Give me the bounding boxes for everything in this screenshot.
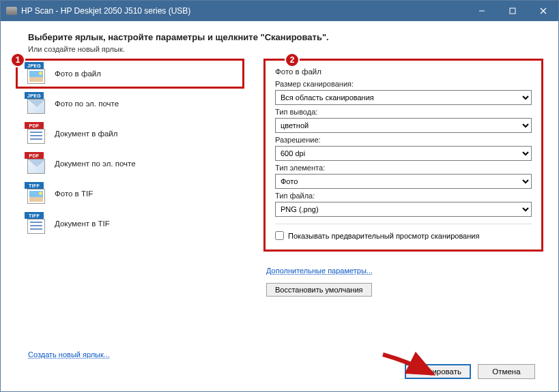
env-icon: [27, 99, 45, 114]
format-badge: PDF: [25, 122, 44, 129]
annotation-circle-2: 2: [285, 52, 300, 67]
scan-size-label: Размер сканирования:: [275, 80, 532, 88]
advanced-link[interactable]: Дополнительные параметры...: [266, 267, 373, 275]
new-shortcut-link[interactable]: Создать новый ярлык...: [28, 350, 110, 359]
scan-size-select[interactable]: Вся область сканирования: [275, 90, 532, 105]
photo-icon: [27, 189, 45, 204]
close-button[interactable]: [528, 1, 558, 21]
window-controls: [466, 1, 558, 21]
shortcut-label: Документ по эл. почте: [55, 160, 136, 168]
doc-icon: [27, 129, 45, 144]
maximize-button[interactable]: [497, 1, 528, 21]
file-type-select[interactable]: PNG (.png): [275, 202, 532, 217]
resolution-select[interactable]: 600 dpi: [275, 146, 532, 161]
shortcut-item[interactable]: JPEGФото в файл: [16, 59, 244, 89]
item-type-select[interactable]: Фото: [275, 174, 532, 189]
shortcut-label: Фото по эл. почте: [55, 100, 119, 108]
svg-rect-1: [510, 8, 515, 14]
shortcut-item[interactable]: TIFFФото в TIF: [16, 179, 244, 209]
output-type-label: Тип вывода:: [275, 108, 532, 116]
page-subtext: Или создайте новый ярлык.: [28, 45, 543, 53]
file-type-label: Тип файла:: [275, 192, 532, 200]
shortcut-label: Документ в TIF: [55, 220, 110, 228]
env-icon: [27, 159, 45, 174]
minimize-button[interactable]: [466, 1, 497, 21]
shortcut-list: JPEGФото в файлJPEGФото по эл. почтеPDFД…: [16, 59, 244, 297]
shortcut-icon: TIFF: [25, 212, 48, 235]
shortcut-item[interactable]: PDFДокумент по эл. почте: [16, 149, 244, 179]
format-badge: JPEG: [25, 62, 44, 69]
shortcut-label: Документ в файл: [55, 130, 118, 138]
settings-panel: Фото в файл Размер сканирования: Вся обл…: [263, 59, 543, 252]
annotation-circle-1: 1: [10, 52, 25, 67]
restore-defaults-button[interactable]: Восстановить умолчания: [266, 283, 372, 297]
format-badge: JPEG: [25, 92, 44, 99]
preview-checkbox-row[interactable]: Показывать предварительный просмотр скан…: [275, 231, 532, 240]
shortcut-label: Фото в TIF: [55, 190, 93, 198]
shortcut-item[interactable]: PDFДокумент в файл: [16, 119, 244, 149]
output-type-select[interactable]: цветной: [275, 118, 532, 133]
format-badge: TIFF: [25, 182, 44, 189]
preview-checkbox[interactable]: [275, 231, 284, 240]
shortcut-item[interactable]: JPEGФото по эл. почте: [16, 89, 244, 119]
shortcut-icon: JPEG: [25, 92, 48, 115]
shortcut-icon: JPEG: [25, 62, 48, 85]
preview-checkbox-label: Показывать предварительный просмотр скан…: [288, 232, 479, 240]
format-badge: PDF: [25, 152, 44, 159]
annotation-arrow: [380, 350, 442, 382]
shortcut-icon: PDF: [25, 122, 48, 145]
divider: [275, 224, 532, 224]
resolution-label: Разрешение:: [275, 136, 532, 144]
item-type-label: Тип элемента:: [275, 164, 532, 172]
doc-icon: [27, 219, 45, 234]
content-area: Выберите ярлык, настройте параметры и ще…: [1, 21, 558, 391]
app-icon: [6, 7, 17, 15]
shortcut-icon: PDF: [25, 152, 48, 175]
photo-icon: [27, 69, 45, 84]
page-heading: Выберите ярлык, настройте параметры и ще…: [28, 32, 543, 42]
settings-title: Фото в файл: [275, 67, 532, 76]
cancel-button[interactable]: Отмена: [478, 364, 535, 379]
format-badge: TIFF: [25, 212, 44, 219]
window-title: HP Scan - HP Deskjet 2050 J510 series (U…: [21, 6, 466, 16]
shortcut-label: Фото в файл: [55, 70, 101, 78]
app-window: HP Scan - HP Deskjet 2050 J510 series (U…: [0, 0, 559, 392]
titlebar: HP Scan - HP Deskjet 2050 J510 series (U…: [1, 1, 558, 21]
shortcut-item[interactable]: TIFFДокумент в TIF: [16, 209, 244, 239]
shortcut-icon: TIFF: [25, 182, 48, 205]
